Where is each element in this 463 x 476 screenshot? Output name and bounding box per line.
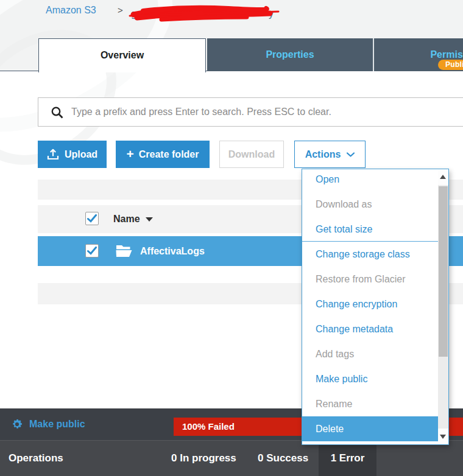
breadcrumb-separator: > — [118, 5, 123, 15]
menu-item[interactable]: Change metadata — [302, 317, 438, 341]
menu-item-label: Make public — [316, 374, 367, 384]
status-in-progress[interactable]: 0 In progress — [171, 441, 236, 476]
scrollbar-thumb[interactable] — [439, 186, 448, 357]
actions-label: Actions — [305, 149, 341, 160]
scroll-up-button[interactable] — [438, 169, 448, 185]
status-error[interactable]: 1 Error — [319, 441, 376, 476]
tab-divider — [373, 38, 374, 71]
search-box — [38, 97, 463, 127]
operations-title: Operations — [9, 441, 63, 476]
menu-item[interactable]: Delete — [302, 416, 438, 441]
tab-properties[interactable]: Properties — [207, 38, 373, 71]
create-folder-button[interactable]: + Create folder — [116, 141, 210, 168]
search-input[interactable] — [71, 98, 437, 126]
menu-item[interactable]: Change storage class — [302, 242, 438, 267]
row-checkbox[interactable] — [85, 244, 99, 257]
breadcrumb: Amazon S3 — [46, 5, 96, 16]
menu-item[interactable]: Get total size — [302, 217, 438, 242]
check-icon — [87, 214, 97, 223]
status-success[interactable]: 0 Success — [258, 441, 308, 476]
scroll-down-button[interactable] — [438, 429, 448, 444]
menu-scrollbar[interactable] — [438, 169, 448, 444]
tab-permissions[interactable]: Permissions Public — [374, 38, 463, 71]
plus-icon: + — [127, 147, 134, 161]
select-all-checkbox[interactable] — [85, 212, 99, 225]
upload-icon — [47, 149, 59, 160]
object-name-link[interactable]: AffectivaLogs — [140, 236, 205, 266]
menu-item[interactable]: Restore from Glacier — [302, 267, 438, 292]
upload-label: Upload — [65, 149, 97, 160]
arrow-down-icon — [440, 435, 446, 439]
operations-status-bar: Operations 0 In progress 0 Success 1 Err… — [0, 440, 463, 476]
menu-item-label: Restore from Glacier — [316, 274, 406, 284]
create-folder-label: Create folder — [139, 149, 199, 160]
gear-icon[interactable] — [11, 418, 23, 430]
menu-item-label: Change metadata — [316, 324, 393, 334]
menu-item[interactable]: Add tags — [302, 341, 438, 366]
actions-menu: Open Download as Get total size Change s… — [302, 169, 449, 445]
operation-progress-label: 100% Failed — [182, 421, 235, 432]
menu-item-label: Delete — [316, 424, 344, 434]
name-header-label: Name — [113, 214, 140, 224]
upload-button[interactable]: Upload — [38, 141, 107, 168]
actions-menu-items: Open Download as Get total size Change s… — [302, 169, 438, 441]
search-icon — [51, 106, 64, 119]
sort-descending-icon — [146, 217, 153, 222]
breadcrumb-amazon-s3-link[interactable]: Amazon S3 — [46, 5, 96, 15]
menu-item-label: Open — [316, 174, 339, 184]
download-button: Download — [219, 141, 284, 168]
actions-dropdown-button[interactable]: Actions — [294, 141, 366, 168]
check-icon — [87, 247, 97, 255]
menu-item-label: Get total size — [316, 224, 372, 234]
chevron-down-icon — [347, 152, 355, 157]
tab-permissions-label: Permissions — [430, 49, 463, 60]
menu-item[interactable]: Open — [302, 169, 438, 192]
menu-item-label: Change encryption — [316, 299, 397, 309]
menu-item[interactable]: Download as — [302, 192, 438, 217]
operation-name[interactable]: Make public — [29, 408, 85, 440]
menu-item[interactable]: Change encryption — [302, 292, 438, 317]
public-badge: Public — [438, 60, 463, 70]
menu-item-label: Add tags — [316, 349, 354, 359]
s3-console: Amazon S3 > g y Overview Properties Perm… — [0, 0, 463, 476]
tab-overview[interactable]: Overview — [38, 38, 206, 72]
menu-item-label: Rename — [316, 399, 352, 409]
menu-item[interactable]: Rename — [302, 391, 438, 416]
redacted-bucket-name: g y — [125, 1, 283, 26]
arrow-up-icon — [440, 175, 446, 179]
menu-item-label: Download as — [316, 199, 372, 209]
open-folder-icon — [116, 245, 133, 257]
menu-item-label: Change storage class — [316, 249, 410, 259]
menu-item[interactable]: Make public — [302, 366, 438, 391]
column-header-name[interactable]: Name — [113, 205, 153, 233]
